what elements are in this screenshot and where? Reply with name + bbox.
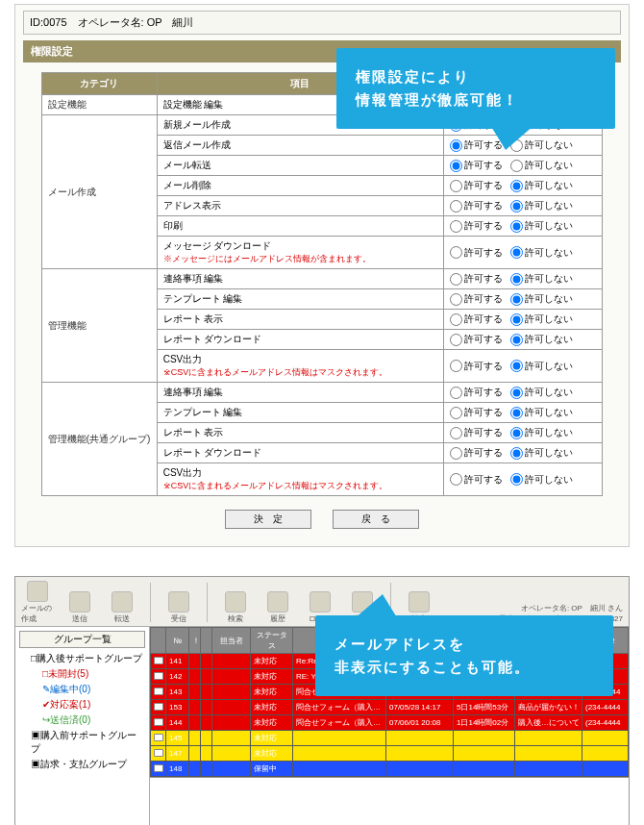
allow-yes-option[interactable]: 許可する — [450, 447, 503, 458]
allow-no-option[interactable]: 許可しない — [510, 334, 573, 344]
allow-no-radio[interactable] — [510, 447, 523, 460]
allow-no-radio[interactable] — [510, 387, 523, 399]
allow-no-option[interactable]: 許可しない — [510, 447, 573, 458]
allow-yes-radio[interactable] — [450, 293, 462, 306]
allow-no-option[interactable]: 許可しない — [510, 407, 573, 417]
allow-yes-radio[interactable] — [450, 273, 462, 286]
item-cell: アドレス表示 — [157, 196, 444, 216]
allow-no-option[interactable]: 許可しない — [510, 273, 573, 284]
allow-yes-option[interactable]: 許可する — [450, 200, 503, 211]
allow-no-option[interactable]: 許可しない — [510, 247, 573, 258]
allow-yes-radio[interactable] — [450, 360, 462, 372]
tree-item[interactable]: □未開封(5) — [19, 666, 145, 682]
allow-yes-option[interactable]: 許可する — [450, 160, 503, 170]
allow-yes-radio[interactable] — [450, 407, 462, 419]
back-button[interactable]: 戻 る — [333, 510, 419, 529]
toolbar-label: 検索 — [228, 613, 243, 624]
allow-no-option[interactable]: 許可しない — [510, 160, 573, 170]
allow-yes-radio[interactable] — [450, 200, 462, 212]
tree-item[interactable]: ▣請求・支払グループ — [19, 757, 145, 772]
allow-yes-option[interactable]: 許可する — [450, 273, 503, 284]
allow-no-radio[interactable] — [510, 200, 523, 212]
toolbar-履歴[interactable]: 履歴 — [261, 591, 294, 624]
allow-yes-option[interactable]: 許可する — [450, 313, 503, 324]
allow-yes-radio[interactable] — [450, 313, 462, 326]
allow-no-radio[interactable] — [510, 427, 523, 439]
allow-yes-radio[interactable] — [450, 427, 462, 439]
grid-header[interactable]: 担当者 — [212, 628, 251, 654]
allow-yes-option[interactable]: 許可する — [450, 334, 503, 344]
tree-item[interactable]: □購入後サポートグループ — [19, 651, 145, 666]
table-row[interactable]: 145未対応 — [151, 731, 629, 746]
allow-yes-radio[interactable] — [450, 473, 462, 486]
grid-header[interactable]: ！ — [189, 628, 201, 654]
table-row[interactable]: 147未対応 — [151, 746, 629, 762]
toolbar-検索[interactable]: 検索 — [219, 591, 252, 624]
allow-no-radio[interactable] — [510, 473, 523, 486]
grid-empty-area — [150, 777, 629, 825]
tree-item[interactable]: ↪送信済(0) — [19, 712, 145, 728]
allow-yes-option[interactable]: 許可する — [450, 220, 503, 231]
allow-no-radio[interactable] — [510, 407, 523, 419]
grid-header[interactable]: № — [166, 628, 189, 654]
allow-no-radio[interactable] — [510, 313, 523, 326]
allow-no-radio[interactable] — [510, 334, 523, 346]
allow-yes-option[interactable]: 許可する — [450, 293, 503, 304]
allow-no-option[interactable]: 許可しない — [510, 387, 573, 397]
allow-no-radio[interactable] — [510, 180, 523, 192]
toolbar-転送[interactable]: 転送 — [106, 591, 138, 624]
item-cell: 返信メール作成 — [157, 136, 444, 156]
allow-yes-option[interactable]: 許可する — [450, 474, 503, 485]
allow-no-option[interactable]: 許可しない — [510, 293, 573, 304]
mail-icon — [154, 688, 163, 695]
toolbar-送信[interactable]: 送信 — [63, 591, 96, 624]
allow-no-option[interactable]: 許可しない — [510, 180, 573, 190]
allow-no-radio[interactable] — [510, 293, 523, 306]
tree-item[interactable]: ▣購入前サポートグループ — [19, 728, 145, 757]
allow-no-radio[interactable] — [510, 160, 523, 172]
allow-yes-radio[interactable] — [450, 220, 462, 233]
allow-no-option[interactable]: 許可しない — [510, 220, 573, 231]
allow-yes-option[interactable]: 許可する — [450, 180, 503, 190]
toolbar-メールの作成[interactable]: メールの作成 — [21, 581, 54, 624]
allow-yes-radio[interactable] — [450, 139, 462, 152]
tree-item[interactable]: ✎編集中(0) — [19, 682, 145, 697]
table-row[interactable]: 144未対応問合せフォーム（購入…07/06/01 20:081日14時間02分… — [151, 715, 629, 731]
grid-header[interactable]: ステータス — [251, 628, 293, 654]
grid-cell — [515, 731, 582, 746]
grid-header[interactable] — [151, 628, 166, 654]
allow-yes-radio[interactable] — [450, 334, 462, 346]
table-row[interactable]: 153未対応問合せフォーム（購入…07/05/28 14:175日14時間53分… — [151, 700, 629, 715]
allow-yes-option[interactable]: 許可する — [450, 361, 503, 371]
allow-no-radio[interactable] — [510, 220, 523, 233]
submit-button[interactable]: 決 定 — [225, 510, 311, 529]
allow-no-option[interactable]: 許可しない — [510, 200, 573, 211]
item-cell: テンプレート 編集 — [157, 289, 444, 310]
item-cell: メール削除 — [157, 176, 444, 196]
allow-yes-option[interactable]: 許可する — [450, 387, 503, 397]
allow-yes-radio[interactable] — [450, 447, 462, 460]
allow-no-option[interactable]: 許可しない — [510, 361, 573, 371]
toolbar-受信[interactable]: 受信 — [162, 591, 195, 624]
grid-cell: (234-4444 — [582, 700, 629, 715]
toolbar-label: 履歴 — [270, 613, 285, 624]
allow-no-option[interactable]: 許可しない — [510, 427, 573, 438]
grid-header[interactable] — [201, 628, 212, 654]
allow-yes-radio[interactable] — [450, 180, 462, 192]
allow-no-option[interactable]: 許可しない — [510, 313, 573, 324]
allow-no-radio[interactable] — [510, 360, 523, 372]
allow-yes-radio[interactable] — [450, 160, 462, 172]
toolbar-icon — [111, 591, 133, 612]
allow-yes-option[interactable]: 許可する — [450, 407, 503, 417]
allow-yes-option[interactable]: 許可する — [450, 427, 503, 438]
tree-item[interactable]: ✔対応案(1) — [19, 697, 145, 712]
grid-cell — [201, 685, 212, 700]
allow-yes-radio[interactable] — [450, 387, 462, 399]
allow-no-option[interactable]: 許可しない — [510, 474, 573, 485]
table-row[interactable]: 148保留中 — [151, 762, 629, 777]
allow-no-radio[interactable] — [510, 273, 523, 286]
allow-yes-option[interactable]: 許可する — [450, 247, 503, 258]
allow-no-radio[interactable] — [510, 246, 523, 259]
allow-yes-radio[interactable] — [450, 246, 462, 259]
grid-cell: 147 — [166, 746, 189, 762]
